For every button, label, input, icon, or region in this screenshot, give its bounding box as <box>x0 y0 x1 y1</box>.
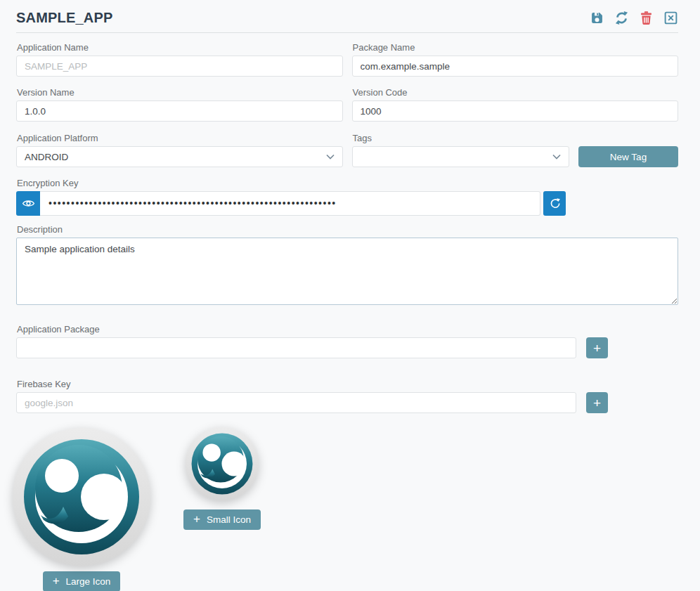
application-detail-panel: SAMPLE_APP <box>0 0 700 591</box>
upload-large-icon-label: Large Icon <box>66 576 111 587</box>
new-tag-button[interactable]: New Tag <box>578 146 678 167</box>
eye-icon <box>22 197 35 210</box>
version-code-label: Version Code <box>353 87 679 98</box>
application-platform-value: ANDROID <box>25 152 68 162</box>
show-key-button[interactable] <box>16 191 40 216</box>
trash-icon <box>639 11 654 25</box>
chevron-down-icon <box>326 154 335 160</box>
large-icon-block: + Large Icon <box>11 427 152 591</box>
package-name-field: Package Name <box>352 42 679 77</box>
version-name-input[interactable] <box>16 100 343 122</box>
application-name-field: Application Name <box>16 42 343 77</box>
header: SAMPLE_APP <box>16 0 678 33</box>
firebase-key-input[interactable] <box>16 392 576 413</box>
form-row-2: Version Name Version Code <box>16 87 678 122</box>
upload-small-icon-label: Small Icon <box>207 514 251 525</box>
version-name-label: Version Name <box>17 87 343 98</box>
upload-small-icon-button[interactable]: + Small Icon <box>183 509 261 530</box>
sync-arrows-icon <box>614 11 629 25</box>
page-title: SAMPLE_APP <box>16 10 113 26</box>
description-textarea[interactable]: Sample application details <box>16 238 678 305</box>
header-actions <box>589 11 678 26</box>
firebase-key-label: Firebase Key <box>17 379 678 389</box>
form-row-3: Application Platform ANDROID Tags New Ta… <box>16 133 678 167</box>
delete-button[interactable] <box>638 11 654 26</box>
tags-label: Tags <box>353 133 679 143</box>
application-package-field: Application Package + <box>16 324 678 358</box>
upload-large-icon-button[interactable]: + Large Icon <box>43 571 121 591</box>
version-name-field: Version Name <box>16 87 343 122</box>
plus-icon: + <box>53 574 60 588</box>
refresh-button[interactable] <box>614 11 629 26</box>
close-button[interactable] <box>663 11 678 26</box>
application-name-input[interactable] <box>16 56 343 77</box>
tags-select[interactable] <box>352 146 570 167</box>
application-package-input[interactable] <box>16 337 576 358</box>
floppy-disk-icon <box>590 11 604 25</box>
version-code-input[interactable] <box>352 100 679 122</box>
tags-field: Tags New Tag <box>352 133 679 167</box>
encryption-key-input[interactable]: ••••••••••••••••••••••••••••••••••••••••… <box>40 191 540 216</box>
chevron-down-icon <box>552 154 561 160</box>
app-icons-section: + Large Icon + Small Icon <box>16 427 678 591</box>
application-platform-select[interactable]: ANDROID <box>16 146 343 167</box>
package-name-label: Package Name <box>353 42 679 53</box>
application-platform-label: Application Platform <box>17 133 343 143</box>
regenerate-key-button[interactable] <box>543 191 566 216</box>
description-label: Description <box>17 224 678 235</box>
add-firebase-key-button[interactable]: + <box>586 392 608 413</box>
encryption-key-label: Encryption Key <box>17 178 678 188</box>
version-code-field: Version Code <box>352 87 679 122</box>
application-package-label: Application Package <box>17 324 678 335</box>
application-name-label: Application Name <box>17 42 343 53</box>
description-field: Description Sample application details <box>16 224 678 308</box>
firebase-key-field: Firebase Key + <box>16 379 678 413</box>
form-row-1: Application Name Package Name <box>16 42 678 77</box>
x-in-box-icon <box>663 11 678 25</box>
plus-icon: + <box>193 512 200 526</box>
application-platform-field: Application Platform ANDROID <box>16 133 343 167</box>
package-name-input[interactable] <box>352 56 679 77</box>
small-app-logo-image <box>185 427 259 501</box>
add-application-package-button[interactable]: + <box>586 337 608 358</box>
encryption-key-field: Encryption Key •••••••••••••••••••••••••… <box>16 178 678 216</box>
small-icon-block: + Small Icon <box>184 427 260 530</box>
reload-arrow-icon <box>549 197 561 209</box>
save-button[interactable] <box>589 11 604 26</box>
large-app-logo-image <box>11 427 152 567</box>
